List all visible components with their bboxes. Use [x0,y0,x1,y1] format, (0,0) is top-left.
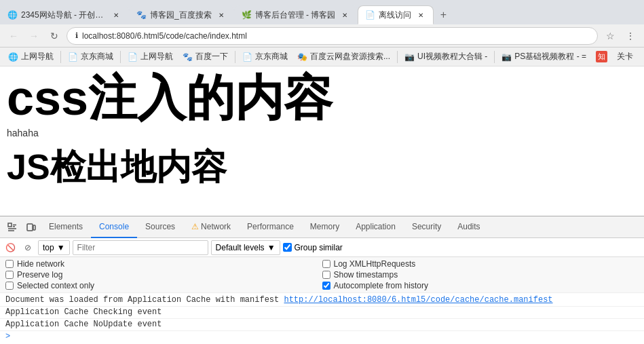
level-value: Default levels [216,243,265,252]
bookmark-label-2: 京东商城 [81,51,113,62]
bookmark-label-4: 百度一下 [195,51,228,62]
bookmark-sep-4 [397,51,398,63]
bookmark-ps[interactable]: 📷 PS基础视频教程 - = [497,50,590,64]
devtools-tab-audits-label: Audits [457,222,480,231]
bookmark-guan[interactable]: 关卡 [613,50,637,64]
selected-context-checkbox[interactable] [5,282,14,290]
tab-close-2[interactable]: ✕ [216,9,227,20]
tab-favicon-1: 🌐 [7,10,17,20]
log-line-1: Document was loaded from Application Cac… [0,294,644,307]
reload-button[interactable]: ↻ [46,28,62,44]
bookmark-label-5: 京东商城 [255,51,288,62]
tab-offline[interactable]: 📄 离线访问 ✕ [358,5,434,24]
forward-button[interactable]: → [26,28,42,44]
tab-favicon-2: 🐾 [136,10,146,20]
context-select[interactable]: top ▼ [38,240,70,255]
option-hide-network[interactable]: Hide network [5,259,322,269]
bookmark-baidu[interactable]: 🐾 百度一下 [178,50,232,64]
bookmark-star[interactable]: ☆ [602,28,618,44]
address-text: localhost:8080/6.html5/code/cache/index.… [82,31,247,41]
level-chevron: ▼ [267,243,276,252]
devtools-tab-application[interactable]: Application [347,216,404,238]
bookmark-zhi[interactable]: 知 [592,50,611,64]
new-tab-button[interactable]: + [434,5,453,24]
option-preserve-log[interactable]: Preserve log [5,270,322,280]
svg-rect-5 [27,224,33,231]
bookmark-icon-1: 🌐 [8,52,18,62]
bookmark-sep-3 [235,51,235,63]
bookmark-sep-5 [494,51,495,63]
tab-label-4: 离线访问 [379,9,411,21]
tab-close-4[interactable]: ✕ [415,9,426,20]
bookmark-label-3: 上网导航 [140,51,173,62]
bookmarks-bar: 🌐 上网导航 📄 京东商城 📄 上网导航 🐾 百度一下 📄 京东商城 🎭 百度云… [0,47,644,66]
devtools-tab-performance-label: Performance [247,222,294,231]
level-select[interactable]: Default levels ▼ [211,240,280,255]
devtools-tab-security[interactable]: Security [404,216,449,238]
bookmark-jd1[interactable]: 📄 京东商城 [64,50,117,64]
page-subtext: hahaha [0,122,644,144]
tab-bar: 🌐 2345网站导航 - 开创中国... ✕ 🐾 博客园_百度搜索 ✕ 🌿 博客… [0,0,644,24]
tab-label-1: 2345网站导航 - 开创中国... [21,9,107,21]
devtools-panel: Elements Console Sources ⚠ Network Perfo… [0,216,644,344]
show-timestamps-checkbox[interactable] [322,271,330,279]
address-input[interactable]: ℹ localhost:8080/6.html5/code/cache/inde… [67,27,598,45]
network-warn-icon: ⚠ [191,222,199,231]
option-autocomplete[interactable]: Autocomplete from history [322,281,639,290]
extensions-button[interactable]: ⋮ [622,28,639,44]
console-clear-btn[interactable]: 🚫 [3,240,18,255]
console-prompt[interactable]: > [0,331,644,342]
bookmark-label-6: 百度云网盘资源搜索... [310,51,390,62]
devtools-tab-console[interactable]: Console [91,216,137,238]
devtools-inspect-icon[interactable] [3,218,22,237]
devtools-tab-audits[interactable]: Audits [449,216,488,238]
tab-2345[interactable]: 🌐 2345网站导航 - 开创中国... ✕ [0,5,129,24]
tab-baidu[interactable]: 🐾 博客园_百度搜索 ✕ [129,5,234,24]
bookmark-shanghang2[interactable]: 📄 上网导航 [124,50,177,64]
bookmark-icon-4: 🐾 [183,52,193,62]
log-line-3: Application Cache NoUpdate event [0,319,644,331]
tab-close-3[interactable]: ✕ [339,9,350,20]
log-text-3: Application Cache NoUpdate event [5,320,162,329]
filter-input[interactable] [73,240,208,255]
hide-network-checkbox[interactable] [5,260,14,268]
bookmark-icon-2: 📄 [68,52,78,62]
devtools-tab-elements[interactable]: Elements [41,216,91,238]
tab-close-1[interactable]: ✕ [111,9,121,20]
bookmark-ui[interactable]: 📷 UI视频教程大合辑 - [400,50,491,64]
console-stop-btn[interactable]: ⊘ [20,240,35,255]
devtools-tab-memory[interactable]: Memory [302,216,347,238]
info-icon: ℹ [75,31,78,40]
back-button[interactable]: ← [5,28,22,44]
autocomplete-checkbox[interactable] [322,282,330,290]
bookmark-icon-3: 📄 [128,52,138,62]
devtools-tab-bar: Elements Console Sources ⚠ Network Perfo… [0,216,644,238]
log-link-1[interactable]: http://localhost:8080/6.html5/code/cache… [284,295,552,305]
bookmark-sep-2 [120,51,121,63]
devtools-tab-network[interactable]: ⚠ Network [183,216,239,238]
bookmark-shanghang1[interactable]: 🌐 上网导航 [4,50,58,64]
bookmark-label-1: 上网导航 [21,51,54,62]
bookmark-label-7: UI视频教程大合辑 - [417,51,487,62]
tab-blog-admin[interactable]: 🌿 博客后台管理 - 博客园 ✕ [234,5,358,24]
option-log-xhr[interactable]: Log XMLHttpRequests [322,259,639,269]
group-similar-label[interactable]: Group similar [283,243,343,252]
svg-rect-0 [8,223,12,227]
group-similar-checkbox[interactable] [283,243,292,252]
option-selected-context[interactable]: Selected context only [5,281,322,290]
bookmark-jd2[interactable]: 📄 京东商城 [238,50,292,64]
devtools-tab-elements-label: Elements [49,222,83,231]
tab-favicon-4: 📄 [365,10,375,20]
preserve-log-checkbox[interactable] [5,271,14,279]
log-xhr-checkbox[interactable] [322,260,330,268]
devtools-device-icon[interactable] [22,218,41,237]
bookmark-icon-7: 📷 [404,52,415,62]
bookmark-icon-8: 📷 [501,52,512,62]
bookmark-label-8: PS基础视频教程 - = [514,51,586,62]
option-show-timestamps[interactable]: Show timestamps [322,270,639,280]
devtools-tab-security-label: Security [412,222,441,231]
console-options-left: Hide network Preserve log Selected conte… [5,259,322,290]
bookmark-baiduyun[interactable]: 🎭 百度云网盘资源搜索... [293,50,394,64]
devtools-tab-performance[interactable]: Performance [239,216,302,238]
devtools-tab-sources[interactable]: Sources [137,216,183,238]
